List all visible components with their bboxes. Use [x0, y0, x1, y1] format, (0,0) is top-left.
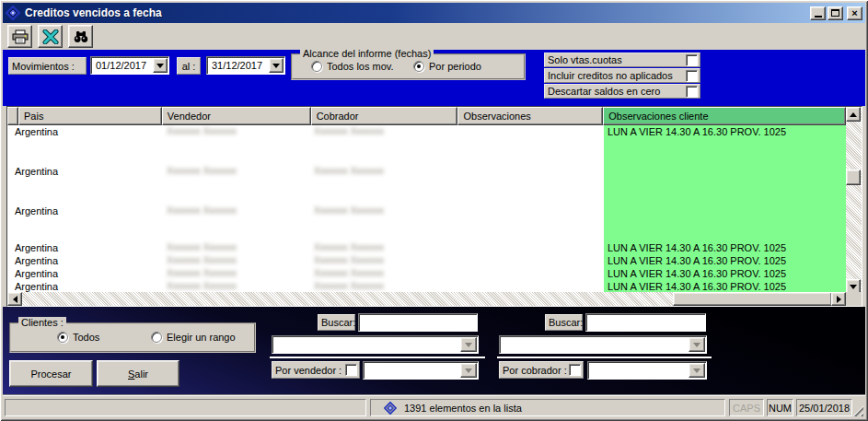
scroll-left-button[interactable] [7, 292, 22, 306]
dropdown-value [501, 337, 689, 352]
cell-cobrador-blurred: Xxxxxxx Xxxxxxx [314, 268, 384, 278]
radio-icon [311, 61, 322, 72]
export-excel-button[interactable] [38, 25, 63, 48]
date-from-value: 01/12/2017 [92, 58, 153, 73]
cell-pais: Argentina [15, 126, 58, 137]
por-vendedor-toggle[interactable]: Por vendedor : [272, 361, 360, 379]
cell-vendedor-blurred: Xxxxxxx Xxxxxxx [167, 281, 237, 291]
checkbox-icon[interactable] [686, 70, 698, 82]
cell-vendedor-blurred: Xxxxxxx Xxxxxxx [167, 205, 237, 216]
cell-cobrador-blurred: Xxxxxxx Xxxxxxx [314, 242, 384, 252]
chevron-down-icon [272, 64, 280, 68]
status-panel-message: 1391 elementos en la lista [370, 399, 725, 416]
buscar-input-1[interactable] [358, 313, 478, 332]
checkbox-descartar-saldos[interactable]: Descartar saldos en cero [544, 84, 700, 99]
radio-clientes-todos[interactable]: Todos [57, 332, 99, 343]
application-window: Creditos vencidos a fecha × [0, 0, 868, 421]
scroll-right-button[interactable] [831, 292, 846, 306]
cell-cobrador-blurred: Xxxxxxx Xxxxxxx [314, 281, 384, 291]
header-vendedor[interactable]: Vendedor [162, 107, 311, 125]
procesar-button[interactable]: Procesar [9, 360, 93, 387]
radio-todos-label: Todos [73, 332, 99, 343]
header-observaciones-cliente[interactable]: Observaciones cliente [603, 107, 846, 125]
print-button[interactable] [7, 25, 32, 48]
resize-grip[interactable] [851, 404, 863, 416]
buscar-input-2[interactable] [585, 313, 706, 332]
checkbox-incluir-creditos[interactable]: Incluir creditos no aplicados [544, 68, 700, 83]
cliente-dropdown-2[interactable] [499, 335, 707, 354]
checkbox-icon[interactable] [569, 364, 581, 376]
checkbox-icon[interactable] [686, 86, 698, 98]
table-row[interactable]: ArgentinaXxxxxxx XxxxxxxXxxxxxx XxxxxxxL… [7, 267, 846, 280]
checkbox-icon[interactable] [686, 54, 698, 66]
chevron-down-icon [693, 343, 700, 347]
radio-elegir-rango-label: Elegir un rango [167, 332, 236, 343]
horizontal-scroll-thumb[interactable] [673, 292, 832, 306]
status-bar: 1391 elementos en la lista CAPS NUM 25/0… [3, 394, 865, 418]
date-to-dropdown-button[interactable] [269, 58, 284, 73]
separator-line [497, 357, 712, 358]
horizontal-scrollbar[interactable] [7, 292, 846, 306]
por-vendedor-label: Por vendedor : [275, 365, 345, 376]
por-cobrador-label: Por cobrador : [503, 365, 569, 376]
title-bar[interactable]: Creditos vencidos a fecha × [3, 3, 865, 23]
table-row[interactable]: ArgentinaXxxxxxx XxxxxxxXxxxxxx XxxxxxxL… [7, 125, 846, 165]
minimize-button[interactable] [810, 6, 826, 20]
date-from-dropdown-button[interactable] [153, 58, 168, 73]
date-from-combo[interactable]: 01/12/2017 [90, 56, 169, 75]
salir-button[interactable]: Salir [97, 360, 179, 387]
table-row[interactable]: ArgentinaXxxxxxx XxxxxxxXxxxxxx Xxxxxxx [7, 205, 846, 241]
salir-label: Salir [128, 368, 148, 380]
cell-pais: Argentina [15, 268, 58, 279]
chevron-down-icon [156, 64, 164, 68]
header-cobrador[interactable]: Cobrador [311, 107, 458, 125]
date-to-combo[interactable]: 31/12/2017 [206, 56, 285, 75]
table-row[interactable]: ArgentinaXxxxxxx XxxxxxxXxxxxxx Xxxxxxx [7, 165, 846, 205]
header-pais[interactable]: Pais [18, 107, 162, 125]
credits-grid: Pais Vendedor Cobrador Observaciones Obs… [6, 106, 862, 307]
cell-pais: Argentina [15, 255, 58, 266]
table-row[interactable]: ArgentinaXxxxxxx XxxxxxxXxxxxxx XxxxxxxL… [7, 254, 846, 267]
vendedor-dropdown[interactable] [363, 361, 479, 380]
scroll-up-button[interactable] [846, 107, 861, 122]
chevron-down-icon [465, 343, 472, 347]
checkbox-solo-vtas-cuotas[interactable]: Solo vtas.cuotas [544, 53, 700, 67]
dropdown-button-disabled[interactable] [689, 337, 705, 352]
radio-por-periodo[interactable]: Por periodo [413, 61, 481, 72]
find-button[interactable] [68, 25, 93, 48]
cell-cobrador-blurred: Xxxxxxx Xxxxxxx [314, 205, 384, 216]
cell-cobrador-blurred: Xxxxxxx Xxxxxxx [314, 166, 384, 176]
radio-elegir-rango[interactable]: Elegir un rango [151, 332, 236, 343]
cell-observaciones-cliente: LUN A VIER 14.30 A 16.30 PROV. 1025 [608, 126, 786, 137]
clientes-groupbox: Clientes : Todos Elegir un rango [9, 322, 256, 353]
radio-todos-los-mov[interactable]: Todos los mov. [311, 61, 394, 72]
num-indicator: NUM [767, 399, 793, 416]
minimize-icon [815, 16, 822, 18]
radio-selected-icon [413, 61, 424, 72]
cell-vendedor-blurred: Xxxxxxx Xxxxxxx [167, 242, 237, 252]
vertical-scroll-thumb[interactable] [846, 170, 861, 185]
maximize-button[interactable] [827, 6, 843, 20]
cell-vendedor-blurred: Xxxxxxx Xxxxxxx [167, 255, 237, 265]
dropdown-button-disabled[interactable] [689, 363, 705, 378]
radio-selected-icon [57, 332, 68, 343]
print-icon [12, 29, 29, 44]
checkbox-icon[interactable] [345, 364, 357, 376]
radio-icon [151, 332, 162, 343]
dropdown-button-disabled[interactable] [460, 363, 477, 378]
table-row[interactable]: ArgentinaXxxxxxx XxxxxxxXxxxxxx XxxxxxxL… [7, 280, 846, 292]
cobrador-dropdown[interactable] [587, 361, 707, 380]
arrow-up-icon [850, 112, 857, 117]
table-row[interactable]: ArgentinaXxxxxxx XxxxxxxXxxxxxx XxxxxxxL… [7, 241, 846, 254]
status-panel-empty [5, 399, 366, 416]
vertical-scrollbar[interactable] [846, 107, 862, 294]
app-icon [6, 6, 20, 20]
checkbox-label: Solo vtas.cuotas [548, 54, 686, 65]
dropdown-button-disabled[interactable] [460, 337, 477, 352]
close-button[interactable]: × [847, 6, 862, 20]
cell-vendedor-blurred: Xxxxxxx Xxxxxxx [167, 126, 237, 136]
movimientos-label: Movimientos : [8, 57, 87, 75]
por-cobrador-toggle[interactable]: Por cobrador : [499, 361, 584, 379]
header-observaciones[interactable]: Observaciones [457, 107, 603, 125]
cliente-dropdown-1[interactable] [272, 335, 479, 354]
